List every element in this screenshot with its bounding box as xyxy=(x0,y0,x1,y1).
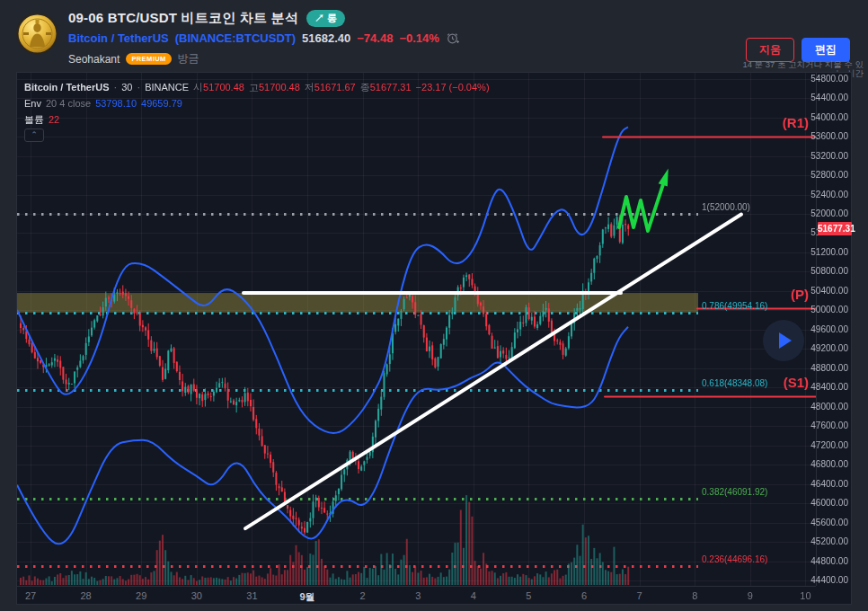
fib-level-label: 1(52000.00) xyxy=(702,202,750,212)
time-tick-label: 7 xyxy=(637,590,642,601)
author-name[interactable]: Seohakant xyxy=(68,53,120,66)
price-tick-label: 46000.00 xyxy=(810,498,848,508)
symbol-link[interactable]: Bitcoin / TetherUS xyxy=(68,31,169,45)
published-time: 방금 xyxy=(178,51,199,66)
fib-level-label: 0.236(44696.16) xyxy=(702,554,767,564)
exchange-symbol-link[interactable]: (BINANCE:BTCUSDT) xyxy=(175,31,296,45)
price-tick-label: 50000.00 xyxy=(810,305,848,314)
fib-level-label: 0.382(46091.92) xyxy=(702,487,767,497)
price-tick-label: 52400.00 xyxy=(810,190,848,199)
time-tick-label: 31 xyxy=(246,590,257,601)
price-tick-label: 52000.00 xyxy=(810,208,848,218)
legend-interval: 30 xyxy=(121,79,132,95)
time-tick-label: 10 xyxy=(800,590,810,601)
price-tick-label: 54000.00 xyxy=(810,112,848,122)
pivot-level-label: (S1) xyxy=(784,375,809,390)
fib-level-label: 0.618(48348.08) xyxy=(702,378,767,388)
legend-change: −23.17 (−0.04%) xyxy=(416,79,490,95)
price-tick-label: 52800.00 xyxy=(810,170,848,180)
price-tick-label: 54800.00 xyxy=(810,74,848,84)
price-tick-label: 50800.00 xyxy=(810,266,848,276)
price-axis[interactable]: 54800.0054400.0054000.0053600.0053200.00… xyxy=(816,73,853,586)
price-tick-label: 49600.00 xyxy=(810,324,848,334)
price-change: −74.48 xyxy=(357,31,393,45)
price-tick-label: 46400.00 xyxy=(810,479,848,489)
price-tick-label: 48400.00 xyxy=(810,382,848,392)
price-tick-label: 44800.00 xyxy=(810,556,848,566)
pivot-level-label: (P) xyxy=(791,287,809,302)
price-tick-label: 46800.00 xyxy=(810,459,848,469)
candlestick-chart[interactable] xyxy=(17,73,816,586)
legend-close: 51677.31 xyxy=(370,82,412,93)
last-price-tag: 51677.31 xyxy=(818,222,852,235)
price-tick-label: 49200.00 xyxy=(810,343,848,353)
legend-env-row[interactable]: Env 20 4 close 53798.10 49659.79 xyxy=(24,95,490,111)
legend-symbol-row[interactable]: Bitcoin / TetherUS · 30 · BINANCE 시51700… xyxy=(24,79,490,95)
env-indicator-name: Env xyxy=(24,95,41,111)
last-price: 51682.40 xyxy=(302,31,350,45)
time-tick-label: 3 xyxy=(415,590,421,601)
fib-level-label: 0.786(49954.16) xyxy=(702,301,767,311)
time-tick-label: 27 xyxy=(25,590,36,601)
chart-panel: Bitcoin / TetherUS · 30 · BINANCE 시51700… xyxy=(16,72,852,605)
price-tick-label: 47200.00 xyxy=(810,440,848,450)
price-tick-label: 53600.00 xyxy=(810,131,848,141)
time-tick-label: 29 xyxy=(136,590,146,601)
time-tick-label: 28 xyxy=(80,590,91,601)
time-tick-label: 9월 xyxy=(299,590,314,604)
time-tick-label: 6 xyxy=(581,590,587,601)
time-tick-label: 2 xyxy=(360,590,366,601)
legend-high: 51700.48 xyxy=(259,82,300,93)
idea-page: 09-06 BTC/USDT 비트코인 차트 분석 ↗ 롱 Bitcoin / … xyxy=(0,0,868,611)
price-tick-label: 44400.00 xyxy=(810,575,848,585)
legend-symbol: Bitcoin / TetherUS xyxy=(24,79,110,95)
time-tick-label: 4 xyxy=(471,590,476,601)
page-title: 09-06 BTC/USDT 비트코인 차트 분석 xyxy=(68,10,298,27)
price-change-percent: −0.14% xyxy=(399,31,438,45)
price-tick-label: 54400.00 xyxy=(810,93,848,102)
env-lower-value: 49659.79 xyxy=(141,95,182,111)
time-axis[interactable]: 27282930319월2345678910 xyxy=(17,586,816,605)
premium-badge: PREMIUM xyxy=(126,53,171,65)
play-button[interactable] xyxy=(763,320,804,361)
time-tick-label: 30 xyxy=(191,590,202,601)
price-tick-label: 45200.00 xyxy=(810,536,848,546)
time-tick-label: 9 xyxy=(748,590,753,601)
time-tick-label: 5 xyxy=(526,590,531,601)
edit-button[interactable]: 편집 xyxy=(802,38,850,62)
price-tick-label: 51200.00 xyxy=(810,247,848,257)
chart-plot-area: Bitcoin / TetherUS · 30 · BINANCE 시51700… xyxy=(17,73,816,586)
price-tick-label: 47600.00 xyxy=(810,421,848,430)
legend-open: 51700.48 xyxy=(203,82,244,93)
avatar[interactable] xyxy=(16,13,58,55)
legend-collapse-button[interactable]: ⌃ xyxy=(24,128,44,142)
price-tick-label: 53200.00 xyxy=(810,151,848,161)
price-tick-label: 48800.00 xyxy=(810,363,848,373)
price-tick-label: 45600.00 xyxy=(810,518,848,527)
time-tick-label: 8 xyxy=(692,590,697,601)
volume-indicator-name: 볼륨 xyxy=(24,111,44,128)
delete-button[interactable]: 지움 xyxy=(746,38,794,62)
alert-clock-icon[interactable] xyxy=(446,31,459,45)
legend-low: 51671.67 xyxy=(314,82,356,93)
chart-legend: Bitcoin / TetherUS · 30 · BINANCE 시51700… xyxy=(24,79,490,128)
long-badge[interactable]: ↗ 롱 xyxy=(306,10,345,27)
volume-ma-value: 22 xyxy=(49,111,59,128)
pivot-level-label: (R1) xyxy=(783,115,809,130)
gold-coin-avatar-image xyxy=(16,13,58,55)
legend-volume-row[interactable]: 볼륨 22 xyxy=(24,111,490,128)
price-tick-label: 50400.00 xyxy=(810,286,848,296)
price-tick-label: 48000.00 xyxy=(810,402,848,412)
legend-exchange: BINANCE xyxy=(145,79,189,95)
env-upper-value: 53798.10 xyxy=(95,95,137,111)
